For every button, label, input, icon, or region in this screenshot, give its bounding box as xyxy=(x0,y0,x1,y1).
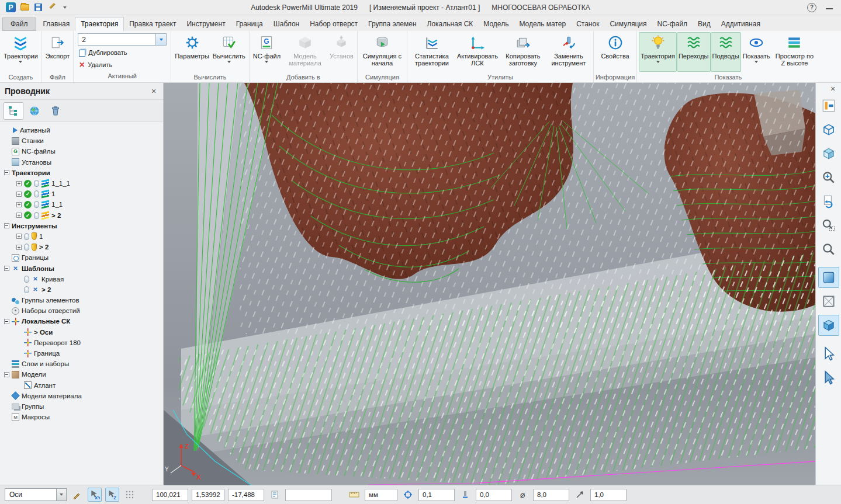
tree-item-levels[interactable]: Слои и наборы xyxy=(0,359,163,369)
wireframe-mode-button[interactable] xyxy=(818,291,839,312)
tab-toolpath[interactable]: Траектория xyxy=(75,17,124,32)
visibility-bulb-icon[interactable] xyxy=(34,201,39,208)
calculate-button[interactable]: Вычислить xyxy=(211,32,247,72)
cursor-z-toggle[interactable]: Z xyxy=(105,488,119,502)
tree-item-pattern-2[interactable]: > 2 xyxy=(0,284,163,295)
tree-item-toolpaths-group[interactable]: Траектории xyxy=(0,168,163,178)
expand-icon[interactable] xyxy=(16,181,22,186)
tree-item-active[interactable]: Активный xyxy=(0,125,163,135)
visibility-bulb-icon[interactable] xyxy=(34,212,39,219)
active-toolpath-combo[interactable]: 2 xyxy=(78,33,167,46)
diameter-button[interactable] xyxy=(515,488,529,502)
tab-view[interactable]: Вид xyxy=(693,18,716,31)
delete-button[interactable]: Удалить xyxy=(78,59,167,70)
create-toolpath-button[interactable]: Траектории xyxy=(2,32,40,72)
tab-model[interactable]: Модель xyxy=(478,18,514,31)
tree-item-setups[interactable]: Установы xyxy=(0,157,163,168)
extra-field[interactable] xyxy=(285,489,332,501)
tab-stock-model[interactable]: Модель матер xyxy=(514,18,571,31)
show-links-toggle[interactable]: Переходы xyxy=(677,32,711,72)
tree-item-machines[interactable]: Станки xyxy=(0,135,163,146)
collapse-icon[interactable] xyxy=(4,170,9,175)
position-z-field[interactable]: -17,488 xyxy=(228,489,264,501)
show-button[interactable]: Показать xyxy=(741,32,772,72)
tree-item-tools-group[interactable]: Инструменты xyxy=(0,221,163,231)
minimize-button[interactable] xyxy=(826,4,833,11)
tab-home[interactable]: Главная xyxy=(38,18,75,31)
combo-dropdown-button[interactable] xyxy=(56,489,66,500)
help-icon[interactable] xyxy=(807,3,816,12)
tree-item-toolpath-1[interactable]: 1 xyxy=(0,189,163,199)
thickness-button[interactable] xyxy=(458,488,472,502)
tab-workplane[interactable]: Локальная СК xyxy=(422,18,479,31)
tab-simulation[interactable]: Симуляция xyxy=(604,18,652,31)
tree-item-nc-files[interactable]: NC-файлы xyxy=(0,146,163,157)
shaded-mode-button[interactable] xyxy=(818,267,839,288)
show-toolpath-toggle[interactable]: Траектория xyxy=(639,32,677,72)
replace-tool-button[interactable]: Заменить инструмент xyxy=(546,32,591,72)
tree-item-stock-models[interactable]: Модели материала xyxy=(0,391,163,401)
visibility-bulb-icon[interactable] xyxy=(24,233,29,240)
thickness-field[interactable]: 0,0 xyxy=(476,489,512,501)
tool-diameter-field[interactable]: 8,0 xyxy=(533,489,569,501)
units-field[interactable]: мм xyxy=(365,489,397,501)
visibility-bulb-icon[interactable] xyxy=(24,276,29,283)
pick-cursor-button[interactable] xyxy=(818,367,839,388)
visibility-bulb-icon[interactable] xyxy=(24,286,29,293)
axes-combo[interactable]: Оси xyxy=(5,488,67,501)
cursor-xy-toggle[interactable]: XY xyxy=(88,488,102,502)
tree-item-patterns-group[interactable]: Шаблоны xyxy=(0,263,163,273)
tab-additive[interactable]: Аддитивная xyxy=(716,18,766,31)
tree-item-tool-2[interactable]: > 2 xyxy=(0,242,163,252)
copy-block-button[interactable]: Копировать заготовку xyxy=(500,32,546,72)
toolpath-statistics-button[interactable]: Статистика траектории xyxy=(409,32,455,72)
combo-dropdown-button[interactable] xyxy=(155,34,166,45)
z-height-preview-button[interactable]: Просмотр по Z высоте xyxy=(771,32,817,72)
tree-item-pattern-curve[interactable]: Кривая xyxy=(0,274,163,284)
position-y-field[interactable]: 1,53992 xyxy=(192,489,224,501)
collapse-icon[interactable] xyxy=(4,266,9,271)
visibility-bulb-icon[interactable] xyxy=(24,244,29,251)
tab-pattern[interactable]: Шаблон xyxy=(268,18,304,31)
properties-button[interactable]: Свойства xyxy=(599,32,631,72)
tab-feature-group[interactable]: Группа элемен xyxy=(363,18,421,31)
tolerance-button[interactable] xyxy=(401,488,415,502)
explorer-recycle-button[interactable] xyxy=(46,102,65,120)
collapse-icon[interactable] xyxy=(4,372,9,377)
collapse-icon[interactable] xyxy=(4,223,9,228)
shaded-cube-view-button[interactable] xyxy=(818,143,839,164)
units-button[interactable] xyxy=(347,488,361,502)
explorer-web-button[interactable] xyxy=(25,102,44,120)
expand-icon[interactable] xyxy=(16,245,22,250)
activate-workplane-button[interactable]: Активировать ЛСК xyxy=(455,32,500,72)
parameters-button[interactable]: Параметры xyxy=(173,32,211,72)
tree-item-boundaries[interactable]: Границы xyxy=(0,252,163,263)
visibility-bulb-icon[interactable] xyxy=(34,180,39,187)
refresh-view-button[interactable] xyxy=(818,191,839,212)
tab-boundary[interactable]: Граница xyxy=(231,18,268,31)
open-project-button[interactable] xyxy=(20,3,29,12)
tree-item-workplane-boundary[interactable]: Граница xyxy=(0,348,163,359)
tree-item-workplanes-group[interactable]: Локальные СК xyxy=(0,316,163,326)
viewport-3d[interactable]: Z X Y xyxy=(164,83,815,485)
tolerance-field[interactable]: 0,1 xyxy=(418,489,455,501)
vector-button[interactable] xyxy=(573,488,587,502)
tab-hole-set[interactable]: Набор отверст xyxy=(304,18,363,31)
tree-item-macros[interactable]: Макросы xyxy=(0,412,163,422)
simulate-from-start-button[interactable]: Симуляция с начала xyxy=(359,32,405,72)
tree-item-toolpath-1-1-1[interactable]: 1_1_1 xyxy=(0,178,163,189)
tree-item-workplane-axes[interactable]: > Оси xyxy=(0,327,163,338)
close-view-toolbar-button[interactable] xyxy=(828,84,837,93)
tree-item-hole-sets[interactable]: Наборы отверстий xyxy=(0,305,163,316)
plan-button[interactable] xyxy=(268,488,282,502)
qat-customize-button[interactable] xyxy=(60,3,70,12)
export-button[interactable]: Экспорт xyxy=(44,32,71,72)
draw-cursor-button[interactable] xyxy=(70,488,84,502)
block-view-button[interactable] xyxy=(818,315,839,336)
zoom-button[interactable] xyxy=(818,239,839,260)
tab-file[interactable]: Файл xyxy=(2,18,36,31)
wire-cube-view-button[interactable] xyxy=(818,119,839,140)
tree-item-toolpath-1-1[interactable]: 1_1 xyxy=(0,199,163,210)
tree-item-toolpath-2[interactable]: > 2 xyxy=(0,210,163,221)
zoom-fit-button[interactable] xyxy=(818,167,839,188)
